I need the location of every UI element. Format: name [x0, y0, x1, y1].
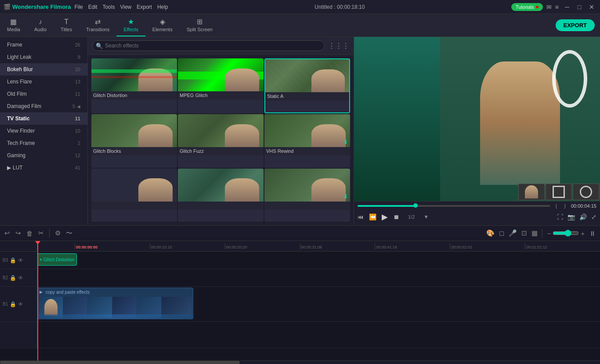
toolbar-transitions[interactable]: ⇄ Transitions — [79, 14, 116, 36]
video-filter-button[interactable]: ▦ — [531, 229, 538, 237]
effect-glitch-fuzz[interactable]: Glitch Fuzz — [178, 114, 264, 167]
sidebar-item-old-film[interactable]: Old Film 11 — [0, 88, 87, 100]
track-num-b2: B2 — [3, 275, 8, 280]
effect-glitch-distortion[interactable]: Glitch Distortion — [91, 58, 177, 113]
track-row-b1: B1 🔒 👁 ▶ copy and paste effects — [0, 287, 600, 322]
sidebar-item-gaming[interactable]: Gaming 12 — [0, 149, 87, 162]
timeline-scrollbar[interactable] — [0, 360, 600, 364]
preview-left-bg — [354, 37, 440, 201]
progress-bar[interactable] — [358, 205, 550, 207]
sidebar-item-view-finder[interactable]: View Finder 10 — [0, 125, 87, 137]
titlebar-left: 🎬 Wondershare Filmora File Edit Tools Vi… — [4, 4, 168, 10]
effect-label-static-a: Static A — [265, 92, 349, 101]
toolbar-media[interactable]: ▦ Media — [0, 14, 27, 36]
effect-thumb-mpeg-glitch — [178, 58, 264, 91]
menu-view[interactable]: View — [120, 4, 131, 10]
video-track-item-b1[interactable]: ▶ copy and paste effects — [37, 288, 193, 319]
delete-button[interactable]: 🗑 — [26, 230, 33, 237]
menu-file[interactable]: File — [74, 4, 83, 10]
grid-toggle-icon[interactable]: ⋮⋮⋮ — [328, 42, 349, 50]
volume-button[interactable]: 🔊 — [579, 213, 587, 220]
sidebar-item-frame[interactable]: Frame 26 — [0, 39, 87, 51]
sidebar-item-lut[interactable]: ▶ LUT 41 — [0, 162, 87, 174]
undo-button[interactable]: ↩ — [4, 229, 10, 237]
timeline-scrollbar-thumb[interactable] — [0, 361, 240, 364]
progress-fill — [358, 205, 416, 207]
track-lock-b3[interactable]: 🔒 — [10, 257, 16, 263]
maximize-button[interactable]: □ — [575, 2, 584, 12]
notification-dot — [536, 6, 539, 8]
color-button[interactable]: 🎨 — [486, 229, 495, 237]
sidebar-light-leak-count: 8 — [78, 54, 80, 60]
redo-button[interactable]: ↪ — [15, 229, 21, 237]
main-area: Frame 26 Light Leak 8 Bokeh Blur 10 Lens… — [0, 37, 600, 225]
stop-button[interactable]: ⏹ — [393, 213, 399, 220]
toolbar-audio[interactable]: ♪ Audio — [27, 14, 54, 36]
effect-row3b[interactable] — [178, 169, 264, 222]
effect-glitch-blocks[interactable]: Glitch Blocks — [91, 114, 177, 167]
cut-button[interactable]: ✂ — [38, 229, 44, 237]
effect-vhs-rewind[interactable]: ⬇ VHS Rewind — [264, 114, 350, 167]
zoom-in-button[interactable]: + — [581, 230, 585, 237]
progress-thumb — [413, 203, 418, 208]
settings-button[interactable]: ⚙ — [55, 229, 61, 237]
expand-button[interactable]: ⤢ — [591, 213, 596, 220]
menu-icon[interactable]: ≡ — [555, 4, 559, 11]
close-button[interactable]: ✕ — [587, 2, 596, 12]
pause-button[interactable]: ⏸ — [589, 230, 596, 237]
screenshot-button[interactable]: 📷 — [567, 213, 575, 220]
toolbar-elements[interactable]: ◈ Elements — [145, 14, 180, 36]
split-screen-label: Split Screen — [187, 27, 213, 32]
track-lock-b1[interactable]: 🔒 — [10, 301, 16, 307]
sidebar-item-damaged-film[interactable]: Damaged Film 5 ◀ — [0, 100, 87, 112]
play-button[interactable]: ▶ — [382, 212, 388, 222]
thumb-inner-r3b — [178, 169, 264, 202]
menu-tools[interactable]: Tools — [102, 4, 115, 10]
menu-edit[interactable]: Edit — [88, 4, 98, 10]
effect-thumb-glitch-distortion — [91, 58, 177, 91]
menu-help[interactable]: Help — [157, 4, 168, 10]
sidebar-lut-arrow: ▶ — [7, 165, 11, 171]
mic-button[interactable]: 🎤 — [509, 229, 517, 237]
minimize-button[interactable]: ─ — [562, 2, 572, 12]
mask-button[interactable]: ◻ — [499, 229, 504, 237]
menu-export[interactable]: Export — [137, 4, 152, 10]
effect-mpeg-glitch[interactable]: MPEG Glitch — [178, 58, 264, 113]
sidebar-item-lens-flare[interactable]: Lens Flare 13 — [0, 76, 87, 88]
crop-button[interactable]: ⊡ — [521, 229, 527, 237]
tutorials-button[interactable]: Tutorials — [511, 3, 543, 11]
sidebar-item-light-leak[interactable]: Light Leak 8 — [0, 51, 87, 63]
fullscreen-button[interactable]: ⛶ — [557, 213, 563, 220]
track-controls-empty — [0, 322, 37, 348]
effect-static-a[interactable]: Static A — [264, 58, 350, 113]
effect-thumb-row3c: ⬇ — [264, 169, 350, 202]
download-badge-vhs: ⬇ — [343, 138, 348, 145]
toolbar-split-screen[interactable]: ⊞ Split Screen — [180, 14, 220, 36]
track-visible-b2[interactable]: 👁 — [18, 275, 23, 281]
timeline-ruler-header: 00:00:00:00 00:00:10:10 00:00:20:20 00:0… — [0, 241, 600, 252]
waveform-button[interactable]: 〜 — [66, 229, 72, 238]
media-icon: ▦ — [10, 18, 17, 26]
search-input[interactable] — [92, 40, 325, 51]
zoom-out-button[interactable]: − — [547, 230, 551, 237]
zoom-slider[interactable] — [553, 230, 579, 237]
effect-row3a[interactable] — [91, 169, 177, 222]
page-dropdown-icon[interactable]: ▼ — [423, 214, 429, 220]
mail-icon[interactable]: ✉ — [546, 4, 552, 11]
effect-track-glitch-distortion[interactable]: + Glitch Distortion — [37, 253, 77, 266]
titles-icon: T — [64, 18, 69, 26]
frame-back-button[interactable]: ⏪ — [369, 213, 376, 220]
sidebar-item-bokeh-blur[interactable]: Bokeh Blur 10 — [0, 63, 87, 76]
step-back-button[interactable]: ⏮ — [358, 213, 364, 220]
sidebar-item-tv-static[interactable]: TV Static 11 — [0, 112, 87, 125]
toolbar-effects[interactable]: ★ Effects — [116, 14, 145, 36]
mini-thumb-1 — [518, 184, 545, 200]
effect-row3c[interactable]: ⬇ — [264, 169, 350, 222]
track-visible-b1[interactable]: 👁 — [18, 301, 23, 307]
track-visible-b3[interactable]: 👁 — [18, 257, 23, 263]
effect-thumb-row3a — [91, 169, 177, 202]
export-button[interactable]: EXPORT — [556, 19, 595, 31]
sidebar-item-tech-frame[interactable]: Tech Frame 2 — [0, 137, 87, 149]
track-lock-b2[interactable]: 🔒 — [10, 275, 16, 281]
toolbar-titles[interactable]: T Titles — [54, 14, 79, 36]
